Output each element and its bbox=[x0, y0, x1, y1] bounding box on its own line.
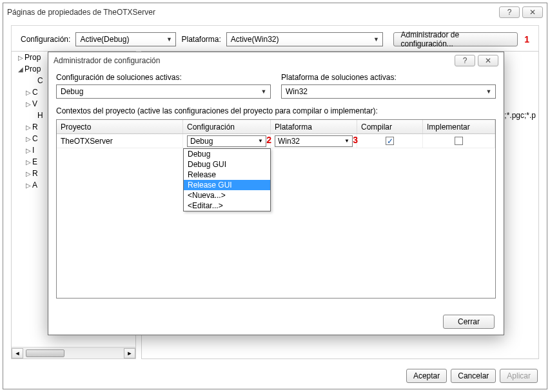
deploy-checkbox[interactable] bbox=[455, 137, 463, 145]
platform-combo[interactable]: Active(Win32) ▼ bbox=[226, 32, 384, 46]
scroll-right-icon[interactable]: ► bbox=[124, 348, 135, 358]
ok-button[interactable]: Aceptar bbox=[406, 369, 447, 383]
cell-build: ✓ bbox=[357, 134, 423, 148]
grid-header: Proyecto Configuración Plataforma Compil… bbox=[57, 120, 495, 134]
parent-footer: Aceptar Cancelar Aplicar bbox=[3, 363, 547, 389]
header-platform[interactable]: Plataforma bbox=[271, 120, 357, 133]
help-button[interactable]: ? bbox=[499, 6, 520, 18]
cell-deploy bbox=[423, 134, 495, 148]
project-platform-combo[interactable]: Win32 ▼ bbox=[275, 135, 353, 147]
platform-label: Plataforma: bbox=[181, 35, 221, 44]
modal-titlebar: Administrador de configuración ? ✕ bbox=[48, 52, 504, 69]
cell-config: Debug ▼ 2 bbox=[183, 134, 271, 148]
parent-titlebar: Páginas de propiedades de TheOTXServer ?… bbox=[3, 3, 547, 21]
help-icon: ? bbox=[463, 56, 467, 65]
dropdown-item[interactable]: Debug GUI bbox=[184, 159, 270, 170]
solution-platform-combo[interactable]: Win32 ▼ bbox=[281, 84, 496, 99]
table-row: TheOTXServer Debug ▼ 2 Win32 ▼ 3 bbox=[57, 134, 495, 148]
dropdown-item-selected[interactable]: Release GUI bbox=[184, 180, 270, 190]
solution-platform-label: Plataforma de soluciones activas: bbox=[281, 73, 496, 82]
dropdown-item[interactable]: <Editar...> bbox=[184, 201, 270, 211]
close-button[interactable]: ✕ bbox=[478, 55, 498, 66]
project-config-combo[interactable]: Debug ▼ bbox=[187, 135, 266, 147]
close-icon: ✕ bbox=[529, 8, 536, 17]
platform-value: Active(Win32) bbox=[231, 35, 279, 44]
cell-platform: Win32 ▼ 3 bbox=[271, 134, 357, 148]
help-button[interactable]: ? bbox=[455, 55, 475, 66]
dropdown-item[interactable]: Release bbox=[184, 170, 270, 180]
chevron-down-icon: ▼ bbox=[256, 137, 265, 146]
config-manager-button[interactable]: Administrador de configuración... bbox=[393, 32, 518, 46]
config-dropdown-list: Debug Debug GUI Release Release GUI <Nue… bbox=[183, 148, 271, 211]
dropdown-item[interactable]: Debug bbox=[184, 149, 270, 159]
parent-title: Páginas de propiedades de TheOTXServer bbox=[7, 8, 499, 17]
annotation-marker-1: 1 bbox=[524, 34, 529, 44]
config-combo[interactable]: Active(Debug) ▼ bbox=[75, 32, 176, 46]
context-label: Contextos del proyecto (active las confi… bbox=[56, 106, 496, 115]
header-config[interactable]: Configuración bbox=[183, 120, 271, 133]
close-dialog-button[interactable]: Cerrar bbox=[443, 315, 495, 329]
header-deploy[interactable]: Implementar bbox=[423, 120, 495, 133]
modal-title-buttons: ? ✕ bbox=[455, 55, 498, 66]
scroll-thumb[interactable] bbox=[26, 349, 64, 357]
scroll-left-icon[interactable]: ◄ bbox=[12, 348, 23, 358]
config-manager-dialog: Administrador de configuración ? ✕ Confi… bbox=[48, 52, 504, 335]
header-build[interactable]: Compilar bbox=[357, 120, 423, 133]
config-manager-label: Administrador de configuración... bbox=[400, 30, 511, 48]
solution-config-value: Debug bbox=[61, 87, 83, 96]
solution-config-label: Configuración de soluciones activas: bbox=[56, 73, 271, 82]
modal-title: Administrador de configuración bbox=[54, 56, 455, 65]
parent-title-buttons: ? ✕ bbox=[499, 6, 543, 18]
apply-button[interactable]: Aplicar bbox=[500, 369, 538, 383]
parent-toolbar: Configuración: Active(Debug) ▼ Plataform… bbox=[11, 25, 539, 54]
config-value: Active(Debug) bbox=[80, 35, 129, 44]
build-checkbox[interactable]: ✓ bbox=[386, 137, 394, 145]
close-icon: ✕ bbox=[485, 56, 491, 65]
header-project[interactable]: Proyecto bbox=[57, 120, 183, 133]
chevron-down-icon: ▼ bbox=[342, 137, 351, 146]
dropdown-item[interactable]: <Nueva...> bbox=[184, 190, 270, 201]
solution-platform-value: Win32 bbox=[286, 87, 308, 96]
chevron-down-icon: ▼ bbox=[371, 34, 381, 44]
chevron-down-icon: ▼ bbox=[259, 86, 269, 97]
chevron-down-icon: ▼ bbox=[484, 86, 494, 97]
chevron-down-icon: ▼ bbox=[164, 34, 174, 44]
tree-h-scrollbar[interactable]: ◄ ► bbox=[12, 347, 135, 358]
help-icon: ? bbox=[507, 8, 512, 17]
modal-body: Configuración de soluciones activas: Deb… bbox=[56, 73, 496, 305]
solution-config-combo[interactable]: Debug ▼ bbox=[56, 84, 271, 99]
close-button[interactable]: ✕ bbox=[522, 6, 543, 18]
cell-project: TheOTXServer bbox=[57, 134, 183, 148]
config-label: Configuración: bbox=[21, 35, 70, 44]
modal-footer: Cerrar bbox=[48, 309, 504, 335]
project-context-grid: Proyecto Configuración Plataforma Compil… bbox=[56, 119, 496, 299]
cancel-button[interactable]: Cancelar bbox=[451, 369, 496, 383]
peek-text: p;*.pgc;*.p bbox=[500, 111, 536, 120]
